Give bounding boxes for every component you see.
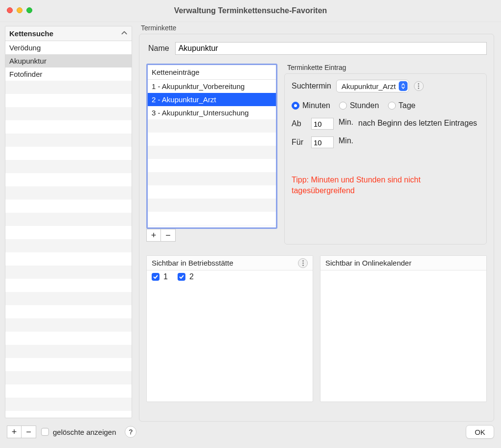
sidebar-add-button[interactable]: +: [7, 426, 22, 438]
sidebar-item[interactable]: Verödung: [5, 41, 132, 54]
entry-row[interactable]: 3 - Akupunktur_Untersuchung: [148, 106, 276, 119]
visibility-online-header: Sichtbar in Onlinekalender: [325, 259, 411, 267]
close-window-button[interactable]: [7, 7, 13, 13]
from-description: nach Beginn des letzten Eintrages: [358, 118, 477, 129]
search-term-value: Akupunktur_Arzt: [342, 82, 396, 90]
ok-button[interactable]: OK: [466, 425, 494, 439]
sidebar-listbox: Kettensuche VerödungAkupunkturFotofinder: [5, 26, 132, 418]
entry-detail-label: Terminkette Eintrag: [287, 64, 487, 71]
name-label: Name: [148, 44, 169, 53]
tip-text: Tipp: Minuten und Stunden sind nicht tag…: [292, 175, 479, 196]
minimize-window-button[interactable]: [17, 7, 23, 13]
radio-icon: [292, 102, 299, 110]
entry-detail-box: Suchtermin Akupunktur_Arzt: [284, 73, 487, 245]
svg-point-3: [302, 260, 303, 261]
help-icon: ?: [129, 428, 133, 436]
entries-header: Ketteneinträge: [148, 65, 276, 80]
svg-point-4: [302, 262, 303, 263]
visibility-site-item[interactable]: 1: [147, 270, 173, 283]
svg-point-2: [418, 88, 419, 89]
plus-icon: +: [151, 231, 157, 240]
chevron-up-icon: [121, 29, 128, 38]
unit-radio-group: MinutenStundenTage: [292, 101, 479, 110]
entries-remove-button[interactable]: −: [161, 229, 176, 242]
footer: + − gelöschte anzeigen ? OK: [0, 418, 501, 446]
radio-icon: [339, 102, 347, 110]
main-group-label: Terminkette: [141, 24, 494, 32]
zoom-window-button[interactable]: [26, 7, 32, 13]
entries-section: Ketteneinträge 1 - Akupunktur_Vorbereitu…: [146, 64, 277, 245]
sidebar-section-title: Kettensuche: [9, 29, 53, 38]
visibility-online-list: Sichtbar in Onlinekalender: [320, 255, 487, 402]
visibility-site-options-button[interactable]: [298, 258, 308, 268]
sidebar-item[interactable]: Akupunktur: [5, 54, 132, 67]
visibility-site-item-label: 1: [163, 272, 168, 281]
select-arrows-icon: [399, 81, 408, 91]
visibility-site-item-label: 2: [189, 272, 194, 281]
name-input[interactable]: [175, 42, 487, 55]
search-term-select[interactable]: Akupunktur_Arzt: [336, 80, 409, 92]
search-term-options-button[interactable]: [414, 81, 424, 91]
duration-unit: Min.: [339, 136, 353, 145]
terminkette-panel: Name Ketteneinträge 1 - Akupunktur_Vorbe…: [139, 34, 494, 422]
visibility-site-item[interactable]: 2: [173, 270, 199, 283]
sidebar-remove-button[interactable]: −: [22, 426, 36, 438]
entries-add-button[interactable]: +: [146, 229, 161, 242]
entry-row[interactable]: 2 - Akupunktur_Arzt: [148, 93, 276, 106]
entry-row[interactable]: 1 - Akupunktur_Vorbereitung: [148, 80, 276, 93]
svg-point-0: [418, 83, 419, 84]
duration-input[interactable]: [311, 136, 334, 148]
checkbox-icon: [178, 273, 185, 281]
search-term-label: Suchtermin: [292, 82, 331, 90]
entry-detail-section: Terminkette Eintrag Suchtermin Akupunktu…: [284, 64, 487, 245]
visibility-site-header: Sichtbar in Betriebsstätte: [152, 259, 233, 267]
main-panel: Terminkette Name Ketteneinträge 1 - Akup…: [136, 22, 501, 418]
sidebar-section-header[interactable]: Kettensuche: [5, 26, 132, 41]
visibility-site-list: Sichtbar in Betriebsstätte 12: [146, 255, 313, 402]
titlebar: Verwaltung Terminkettensuche-Favoriten: [0, 0, 501, 22]
minus-icon: −: [165, 231, 171, 240]
show-deleted-checkbox[interactable]: [41, 428, 49, 436]
unit-radio-label: Tage: [399, 101, 416, 110]
minus-icon: −: [26, 427, 31, 436]
radio-icon: [388, 102, 396, 110]
from-input[interactable]: [311, 118, 334, 130]
more-icon: [418, 83, 419, 89]
unit-radio-minutes[interactable]: Minuten: [292, 101, 330, 110]
duration-label: Für: [292, 136, 306, 147]
sidebar-item[interactable]: Fotofinder: [5, 67, 132, 81]
more-icon: [302, 260, 304, 266]
unit-radio-label: Stunden: [350, 101, 379, 110]
svg-point-1: [418, 86, 419, 87]
window-title: Verwaltung Terminkettensuche-Favoriten: [0, 6, 501, 15]
unit-radio-days[interactable]: Tage: [388, 101, 416, 110]
from-label: Ab: [292, 118, 306, 128]
sidebar: Kettensuche VerödungAkupunkturFotofinder: [0, 22, 136, 418]
from-unit: Min.: [339, 118, 353, 127]
show-deleted-label: gelöschte anzeigen: [53, 428, 116, 436]
unit-radio-label: Minuten: [302, 101, 330, 110]
window-controls: [7, 7, 32, 13]
entries-listbox[interactable]: Ketteneinträge 1 - Akupunktur_Vorbereitu…: [146, 64, 277, 229]
checkbox-icon: [152, 273, 159, 281]
plus-icon: +: [12, 427, 17, 436]
help-button[interactable]: ?: [125, 426, 137, 438]
svg-point-5: [302, 265, 303, 266]
unit-radio-hours[interactable]: Stunden: [339, 101, 379, 110]
